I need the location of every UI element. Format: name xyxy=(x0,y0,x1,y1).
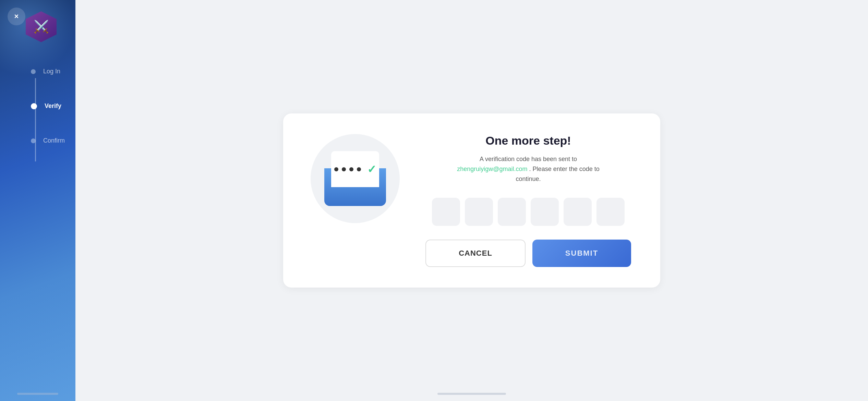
close-icon: × xyxy=(14,13,19,20)
step-label-login: Log In xyxy=(43,68,60,75)
subtitle-prefix: A verification code has been sent to xyxy=(480,156,577,162)
page-title: One more step! xyxy=(485,134,571,147)
code-input-4[interactable] xyxy=(531,198,559,226)
sidebar: × ⚔️ Log In Verify Confirm xyxy=(0,0,75,401)
step-label-verify: Verify xyxy=(45,102,61,110)
content-area: ✓ One more step! A verification code has… xyxy=(75,0,868,401)
dot-2 xyxy=(342,167,346,171)
illustration-area: ✓ xyxy=(311,134,400,223)
code-input-5[interactable] xyxy=(564,198,592,226)
steps-container: Log In Verify Confirm xyxy=(0,68,75,172)
step-label-confirm: Confirm xyxy=(43,137,65,144)
code-input-6[interactable] xyxy=(596,198,625,226)
subtitle-text: A verification code has been sent to zhe… xyxy=(446,154,611,184)
step-verify: Verify xyxy=(31,102,61,110)
code-input-3[interactable] xyxy=(498,198,526,226)
step-login: Log In xyxy=(31,68,60,75)
step-dot-verify xyxy=(31,103,37,109)
dot-1 xyxy=(334,167,338,171)
code-input-2[interactable] xyxy=(465,198,493,226)
logo-area: ⚔️ xyxy=(21,6,62,47)
email-address: zhengruiyigw@gmail.com xyxy=(457,166,527,172)
sidebar-scroll-indicator xyxy=(17,393,58,395)
hex-icon: ⚔️ xyxy=(26,11,57,42)
email-circle-bg: ✓ xyxy=(311,134,400,223)
action-buttons: CANCEL SUBMIT xyxy=(425,240,631,267)
cancel-button[interactable]: CANCEL xyxy=(425,240,526,267)
check-icon: ✓ xyxy=(367,163,376,176)
dots-row: ✓ xyxy=(334,163,376,176)
submit-button[interactable]: SUBMIT xyxy=(532,240,631,267)
subtitle-suffix: . Please enter the code to continue. xyxy=(516,166,599,182)
verify-card: ✓ One more step! A verification code has… xyxy=(283,113,660,287)
step-confirm: Confirm xyxy=(31,137,65,144)
logo-hexagon: ⚔️ xyxy=(21,6,62,47)
email-icon-wrap: ✓ xyxy=(324,151,386,206)
bottom-scroll-indicator xyxy=(437,393,506,395)
step-connector-line xyxy=(35,78,36,161)
step-dot-confirm xyxy=(31,138,36,143)
close-button[interactable]: × xyxy=(8,8,25,25)
dot-3 xyxy=(349,167,353,171)
dot-4 xyxy=(357,167,361,171)
email-paper: ✓ xyxy=(331,151,379,187)
form-area: One more step! A verification code has b… xyxy=(424,134,633,267)
code-inputs xyxy=(432,198,625,226)
code-input-1[interactable] xyxy=(432,198,460,226)
step-dot-login xyxy=(31,69,36,74)
hex-symbol: ⚔️ xyxy=(34,20,49,34)
